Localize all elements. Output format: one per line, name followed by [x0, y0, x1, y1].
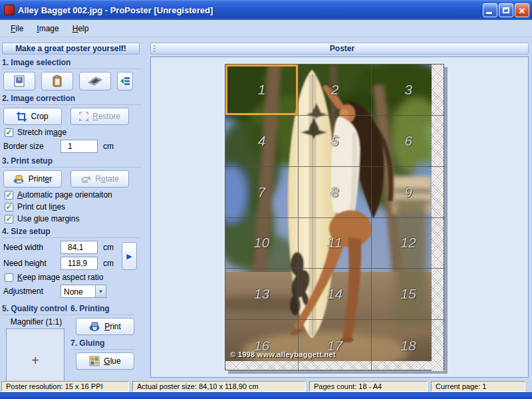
border-size-input[interactable] — [61, 140, 98, 153]
page-number: 11 — [328, 235, 342, 251]
poster-page-cell[interactable]: 16 — [225, 320, 299, 371]
need-height-label: Need height — [3, 259, 61, 268]
paste-button[interactable] — [41, 72, 73, 90]
crop-button[interactable]: Crop — [3, 108, 62, 125]
app-window: Alley Bagget 002.jpg - ProPoster [Unregi… — [0, 0, 532, 399]
poster-page-cell[interactable]: 5 — [299, 116, 372, 167]
stretch-image-checkbox[interactable]: ✓ Stretch image — [5, 128, 144, 137]
need-height-input[interactable] — [61, 257, 98, 270]
poster-page-cell[interactable]: 1 — [225, 65, 299, 116]
page-number: 14 — [327, 286, 342, 302]
app-icon — [4, 5, 15, 15]
keep-aspect-label: Keep image aspect ratio — [17, 273, 103, 282]
magnifier-cross: + — [31, 353, 39, 368]
photo-icon — [13, 75, 25, 87]
sidebar: Make a great poster yourself! 1. Image s… — [0, 37, 145, 380]
rotate-icon — [80, 174, 91, 184]
poster-page-cell[interactable]: 11 — [299, 218, 372, 269]
page-number: 4 — [258, 133, 266, 149]
poster-panel-title: Poster — [156, 44, 528, 53]
clipboard-icon — [51, 75, 63, 87]
poster-page-cell[interactable]: 7 — [225, 167, 299, 218]
section-gluing: 7. Gluing — [70, 338, 134, 350]
apply-size-button[interactable]: ▶ — [122, 242, 137, 270]
poster-page-cell[interactable]: 12 — [372, 218, 445, 269]
title-bar[interactable]: Alley Bagget 002.jpg - ProPoster [Unregi… — [0, 0, 532, 20]
poster-page-cell[interactable]: 9 — [372, 167, 445, 218]
adjustment-dropdown[interactable]: None ▼ — [61, 285, 106, 298]
status-actual-size: Actual poster size: 84,10 x 118,90 cm — [132, 381, 306, 392]
sidebar-header: Make a great poster yourself! — [2, 43, 140, 55]
print-button[interactable]: Print — [76, 318, 134, 335]
poster-page-cell[interactable]: 13 — [225, 269, 299, 320]
close-button[interactable]: ✕ — [515, 3, 529, 17]
page-number: 5 — [331, 133, 339, 149]
need-width-input[interactable] — [61, 241, 98, 254]
checkbox-icon: ✓ — [5, 203, 13, 211]
maximize-button[interactable] — [499, 3, 513, 17]
poster-page-cell[interactable]: 2 — [299, 65, 372, 116]
checkbox-icon: ✓ — [5, 128, 13, 137]
keep-aspect-checkbox[interactable]: Keep image aspect ratio — [5, 273, 144, 282]
print-cut-lines-label: Print cut lines — [17, 202, 65, 211]
dropdown-arrow-icon[interactable]: ▼ — [95, 285, 106, 298]
status-pages-count: Pages count: 18 - A4 — [309, 381, 428, 392]
open-image-button[interactable] — [3, 72, 35, 90]
poster-page-cell[interactable]: 4 — [225, 116, 299, 167]
glue-button[interactable]: Glue — [76, 352, 134, 370]
page-number: 12 — [400, 235, 416, 251]
minimize-button[interactable] — [483, 3, 497, 17]
scanner-icon — [86, 76, 104, 86]
page-number: 3 — [404, 82, 412, 98]
auto-orientation-checkbox[interactable]: ✓ Automatic page orientaiton — [5, 190, 144, 200]
printer-label: Printer — [29, 174, 52, 184]
menu-help[interactable]: Help — [66, 22, 96, 35]
printer-button[interactable]: Printer — [3, 170, 62, 188]
print-cut-lines-checkbox[interactable]: ✓ Print cut lines — [5, 202, 144, 211]
checkbox-icon — [5, 273, 13, 282]
checkbox-icon: ✓ — [5, 215, 13, 223]
section-image-selection: 1. Image selection — [2, 58, 141, 69]
section-size-setup: 4. Size setup — [2, 227, 141, 238]
acquire-button[interactable] — [117, 72, 133, 90]
status-current-page: Current page: 1 — [431, 381, 525, 392]
poster-panel-header[interactable]: Poster — [150, 43, 529, 55]
print-label: Print — [104, 322, 121, 331]
poster-page-cell[interactable]: 3 — [372, 65, 445, 116]
restore-arrows-icon — [79, 112, 88, 121]
border-size-unit: cm — [103, 142, 114, 151]
need-height-unit: cm — [103, 259, 114, 268]
photo-watermark: © 1998 www.alleybaggett.net — [230, 350, 336, 358]
page-number: 7 — [258, 184, 266, 200]
poster-page-cell[interactable]: 6 — [372, 116, 445, 167]
status-bar: Poster resolution: 15 x 16 PPI Actual po… — [0, 380, 532, 392]
close-icon: ✕ — [515, 5, 529, 17]
menu-file[interactable]: File — [4, 22, 30, 35]
rotate-button: Rotate — [70, 170, 129, 188]
poster-page-cell[interactable]: 10 — [225, 218, 299, 269]
poster-grid: 123456789101112131415161718 — [225, 65, 445, 371]
minimize-icon — [486, 12, 492, 14]
auto-orientation-label: Automatic page orientaiton — [17, 190, 112, 200]
poster-page-cell[interactable]: 14 — [299, 269, 372, 320]
acquire-icon — [120, 76, 130, 86]
poster-page-cell[interactable]: 8 — [299, 167, 372, 218]
menu-bar: File Image Help — [0, 20, 532, 37]
window-title: Alley Bagget 002.jpg - ProPoster [Unregi… — [18, 5, 483, 15]
status-resolution: Poster resolution: 15 x 16 PPI — [1, 381, 129, 392]
adjustment-label: Adjustment — [3, 287, 61, 296]
rotate-label: Rotate — [95, 174, 118, 184]
page-number: 8 — [331, 184, 339, 200]
use-glue-margins-checkbox[interactable]: ✓ Use glue margins — [5, 214, 144, 223]
checkbox-icon: ✓ — [5, 191, 13, 200]
poster-page-cell[interactable]: 15 — [372, 269, 445, 320]
restore-label: Restore — [92, 112, 120, 121]
poster-page-cell[interactable]: 18 — [372, 320, 445, 371]
scan-button[interactable] — [79, 72, 111, 90]
poster-page-cell[interactable]: 17 — [299, 320, 372, 371]
glue-label: Glue — [104, 356, 120, 366]
page-number: 15 — [400, 286, 416, 302]
use-glue-margins-label: Use glue margins — [17, 214, 79, 223]
menu-image[interactable]: Image — [30, 22, 65, 35]
magnifier-label: Magnifier (1:1) — [2, 317, 70, 327]
